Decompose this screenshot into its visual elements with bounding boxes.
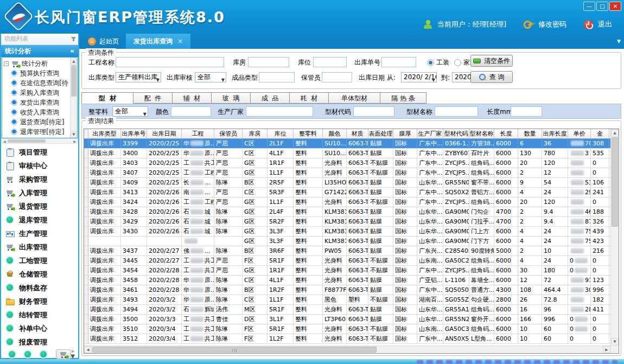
tree-item[interactable]: 收货入库查询 bbox=[3, 107, 69, 117]
sidebar-module-dot[interactable]: 工地管理 bbox=[1, 254, 78, 267]
table-row[interactable]: 调拨出库34932020/3/2华原...陈琳C区1L1F整料黑色塑料不贴膜国标… bbox=[84, 295, 619, 305]
collapse-icon[interactable]: « bbox=[70, 45, 74, 57]
order-no-input[interactable] bbox=[381, 57, 416, 67]
material-tab-6[interactable]: 耗 材 bbox=[290, 92, 329, 104]
tree-item[interactable]: 预算执行查询 bbox=[3, 68, 69, 78]
footer-dot-icon[interactable] bbox=[9, 351, 15, 357]
table-row[interactable]: 调拨出库34282020/2/26石城陈琳G区2L4F整料KLM38176063… bbox=[84, 207, 619, 217]
scroll-up-icon[interactable]: ▲ bbox=[71, 58, 77, 65]
tab-close-icon[interactable]: × bbox=[177, 37, 183, 45]
scroll-left-icon[interactable]: ◀ bbox=[3, 139, 6, 144]
table-row[interactable]: 调拨出库35102020/3/4工共工程陈琳F区5R1F整料光身料6063-T5… bbox=[84, 324, 619, 334]
scroll-right-icon[interactable]: ▶ bbox=[603, 346, 610, 353]
sidebar-module-clipboard[interactable]: 审核中心 bbox=[1, 159, 78, 173]
date-from-picker[interactable]: 2020/ 2/16▼ bbox=[401, 72, 437, 82]
sidebar-module-basket[interactable]: 仓储管理 bbox=[1, 267, 78, 281]
whole-piece-select[interactable]: 全部▼ bbox=[112, 106, 148, 117]
project-name-input[interactable] bbox=[116, 57, 224, 67]
footer-dot-icon[interactable] bbox=[24, 351, 31, 357]
column-header[interactable]: 保管员 bbox=[214, 129, 243, 138]
table-row[interactable]: 调拨出库33992020/2/25华原...严思C区2L1F整料SU10...6… bbox=[84, 139, 619, 149]
table-row[interactable]: 调拨出库34072020/2/25工工程严思G区1L1F整料光身料6063-T5… bbox=[84, 168, 619, 178]
sidebar-module-dot[interactable]: 退库管理 bbox=[1, 213, 78, 227]
logout-link[interactable]: 退出 bbox=[598, 20, 612, 29]
column-header[interactable]: 库房 bbox=[243, 129, 268, 138]
column-header[interactable]: 材质 bbox=[347, 129, 368, 138]
keeper-input[interactable] bbox=[322, 72, 352, 82]
minimize-button[interactable]: — bbox=[583, 2, 595, 11]
column-header[interactable]: 表面处理 bbox=[368, 129, 393, 138]
sidebar-module-dot[interactable]: 补单中心 bbox=[1, 322, 78, 335]
column-header[interactable]: 生产厂家 bbox=[417, 129, 443, 138]
color-input[interactable] bbox=[171, 106, 211, 117]
table-row[interactable]: 调拨出库34452020/2/27工共工程严思F区5R1F整料光身料6063-T… bbox=[84, 256, 619, 266]
tree-item[interactable]: 采购入库查询 bbox=[3, 88, 69, 98]
table-row[interactable]: 调拨出库34542020/2/28工共工程严思G区1R1F整料光身料6063-T… bbox=[84, 266, 619, 276]
profile-code-input[interactable] bbox=[353, 106, 394, 117]
column-header[interactable]: 整零料 bbox=[294, 129, 323, 138]
tree-root[interactable]: - 统计分析 bbox=[3, 59, 69, 68]
table-row[interactable]: 调拨出库34032020/2/25工共工程严思G区1R1F整料光身料6063-T… bbox=[84, 158, 619, 168]
tab-home[interactable]: ⌂ 起始页 bbox=[81, 34, 125, 49]
sidebar-module-cart-green[interactable]: 退货管理 bbox=[1, 200, 78, 213]
tree-horizontal-scrollbar[interactable]: ◀ ▶ bbox=[2, 138, 78, 144]
table-vertical-scrollbar[interactable]: ▲ ▼ bbox=[610, 129, 619, 346]
column-header[interactable]: 型材名称 bbox=[469, 129, 494, 138]
out-type-select[interactable]: 生产领料出库▼ bbox=[116, 72, 161, 82]
scroll-left-icon[interactable]: ◀ bbox=[84, 346, 92, 353]
column-header[interactable]: 单价 bbox=[568, 129, 591, 138]
pin-icon[interactable] bbox=[73, 37, 74, 41]
column-header[interactable]: 出库日期 bbox=[147, 129, 182, 138]
column-header[interactable]: 数量 bbox=[518, 129, 542, 138]
sidebar-module-cart[interactable]: 采购管理 bbox=[1, 173, 78, 186]
scroll-up-icon[interactable]: ▲ bbox=[611, 129, 619, 137]
table-row[interactable]: 调拨出库34582020/2/28华原...陈琳C区4L1F整料光身料6063-… bbox=[84, 276, 619, 285]
table-row[interactable]: 调拨出库34942020/3/2石辉城汤伟M区5R1F整料光身料6063-T5贴… bbox=[84, 305, 619, 315]
column-header[interactable]: 膜厚 bbox=[393, 129, 417, 138]
table-row[interactable]: 调拨出库34002020/2/25华原...严思C区4L1F整料SU10...6… bbox=[84, 149, 619, 158]
radio-gongzhuang[interactable]: 工装 bbox=[427, 57, 449, 68]
audit-select[interactable]: 全部▼ bbox=[195, 72, 226, 82]
sidebar-module-dot[interactable]: 报废管理 bbox=[1, 335, 78, 349]
change-password-link[interactable]: 修改密码 bbox=[538, 20, 566, 29]
footer-dot-icon[interactable] bbox=[40, 351, 47, 357]
maker-input[interactable] bbox=[246, 106, 313, 117]
tree-item[interactable]: 退库管理[待定] bbox=[3, 127, 69, 137]
sidebar-module-chart[interactable]: 生产管理 bbox=[1, 227, 78, 240]
tab-shipping-outbound-query[interactable]: 发货出库查询 × bbox=[126, 34, 190, 49]
more-modules-button[interactable]: »▼ bbox=[71, 349, 75, 359]
column-header[interactable]: 工程 bbox=[182, 129, 214, 138]
column-header[interactable]: 出库长度 bbox=[542, 129, 568, 138]
tree-hscroll-thumb[interactable] bbox=[8, 139, 46, 143]
length-input[interactable] bbox=[511, 106, 542, 117]
table-row[interactable]: 调拨出库34092020/2/25长...陈琳B区2R5F整料LI35HO606… bbox=[84, 178, 619, 188]
tab-overflow-icon[interactable]: ▼ bbox=[617, 39, 621, 44]
material-tab-7[interactable]: 单体型材 bbox=[329, 92, 380, 104]
table-row[interactable]: G区3L3F整料KLM38176063-T5贴膜国标山东华...GA90M09.… bbox=[84, 237, 619, 246]
hscroll-thumb[interactable] bbox=[92, 347, 377, 353]
location-input[interactable] bbox=[313, 57, 347, 67]
table-row[interactable]: 调拨出库34132020/2/26南...严思C区5R3F整料G71422606… bbox=[84, 188, 619, 197]
tree-item[interactable]: 退货查询[待定] bbox=[3, 117, 69, 127]
sidebar-module-cart-green[interactable]: 入库管理 bbox=[1, 186, 78, 200]
table-row[interactable]: 调拨出库34372020/2/27佛...陈琳B区3R6F整料PW056063-… bbox=[84, 246, 619, 256]
material-tab-3[interactable]: 辅 材 bbox=[173, 92, 212, 104]
column-header[interactable]: 出库类型 bbox=[88, 129, 121, 138]
scroll-down-icon[interactable]: ▼ bbox=[611, 338, 619, 346]
table-row[interactable]: 调拨出库34292020/2/26石城陈琳G区5R2F整料KLM38176063… bbox=[84, 217, 619, 227]
column-header[interactable]: 颜色 bbox=[323, 129, 347, 138]
tree-vertical-scrollbar[interactable]: ▲ ▼ bbox=[70, 58, 77, 138]
column-header[interactable]: 长度 bbox=[494, 129, 518, 138]
material-tab-4[interactable]: 玻 璃 bbox=[212, 92, 251, 104]
profile-name-input[interactable] bbox=[435, 106, 478, 117]
material-tab-5[interactable]: 成 品 bbox=[251, 92, 290, 104]
tree-expander-icon[interactable]: - bbox=[4, 61, 9, 66]
section-header[interactable]: 统计分析 « bbox=[1, 45, 78, 57]
sidebar-module-folder[interactable]: 财务管理 bbox=[1, 295, 78, 308]
tree-vscroll-thumb[interactable] bbox=[71, 65, 77, 97]
table-row[interactable]: 调拨出库34302020/2/26石城陈琳G区3L3F整料KLM38176063… bbox=[84, 227, 619, 237]
product-type-input[interactable] bbox=[259, 72, 295, 82]
scroll-down-icon[interactable]: ▼ bbox=[71, 131, 77, 138]
material-tab-2[interactable]: 配 件 bbox=[133, 92, 173, 104]
vscroll-thumb[interactable] bbox=[612, 137, 618, 227]
